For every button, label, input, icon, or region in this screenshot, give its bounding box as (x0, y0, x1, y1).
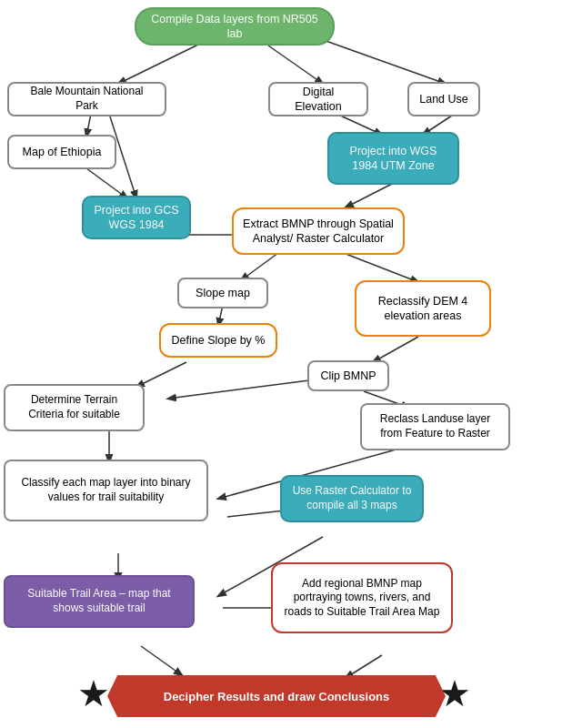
svg-line-0 (118, 44, 200, 84)
reclassify-dem-node: Reclassify DEM 4 elevation areas (355, 280, 491, 337)
decipher-banner: Decipher Results and draw Conclusions (107, 675, 446, 717)
slope-map-node: Slope map (177, 278, 268, 308)
extract-bmnp-node: Extract BMNP through Spatial Analyst/ Ra… (232, 207, 405, 255)
reclass-landuse-node: Reclass Landuse layer from Feature to Ra… (360, 403, 510, 450)
svg-line-1 (268, 46, 323, 84)
raster-calculator-node: Use Raster Calculator to compile all 3 m… (280, 475, 424, 522)
svg-line-11 (336, 250, 418, 282)
svg-line-24 (346, 655, 382, 678)
svg-line-3 (86, 114, 91, 136)
define-slope-node: Define Slope by % (159, 323, 277, 358)
svg-line-13 (136, 362, 186, 387)
suitable-trail-node: Suitable Trail Area – map that shows sui… (4, 575, 195, 628)
svg-line-4 (86, 168, 127, 198)
svg-line-2 (318, 38, 446, 84)
determine-terrain-node: Determine Terrain Criteria for suitable (4, 384, 145, 431)
land-use-node: Land Use (407, 82, 480, 116)
clip-bmnp-node: Clip BMNP (307, 360, 389, 391)
add-regional-node: Add regional BMNP map portraying towns, … (271, 562, 453, 633)
digital-elevation-node: Digital Elevation (268, 82, 368, 116)
classify-binary-node: Classify each map layer into binary valu… (4, 460, 208, 521)
svg-line-23 (141, 646, 182, 675)
svg-line-14 (373, 337, 418, 362)
map-ethiopia-node: Map of Ethiopia (7, 135, 116, 169)
svg-line-15 (168, 380, 309, 399)
bale-node: Bale Mountain National Park (7, 82, 166, 116)
project-wgs-node: Project into WGS 1984 UTM Zone (327, 132, 459, 185)
project-gcs-node: Project into GCS WGS 1984 (82, 196, 191, 239)
star-left: ★ (77, 675, 110, 712)
flowchart: Compile Data layers from NR505 lab Bale … (0, 0, 562, 728)
svg-line-8 (346, 182, 396, 207)
compile-node: Compile Data layers from NR505 lab (135, 7, 335, 46)
